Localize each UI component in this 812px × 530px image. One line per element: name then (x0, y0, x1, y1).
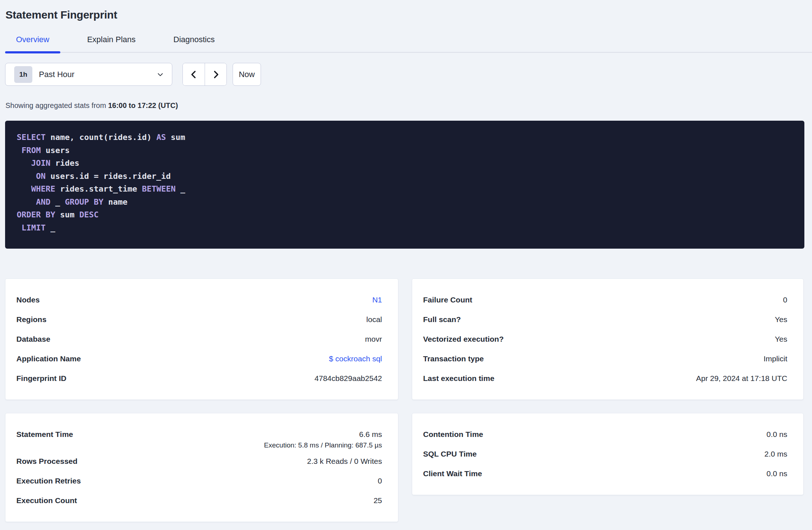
sql-text: name (103, 197, 127, 206)
sql-line: WHERE rides.start_time BETWEEN _ (17, 182, 793, 196)
tab-bar: OverviewExplain PlansDiagnostics (5, 35, 812, 53)
chevron-down-icon (157, 71, 164, 78)
statement-fingerprint-page: Statement Fingerprint OverviewExplain Pl… (0, 9, 812, 530)
info-row-regions: Regionslocal (16, 310, 382, 329)
info-row-last-execution-time: Last execution timeApr 29, 2024 at 17:18… (423, 369, 787, 388)
execution-attributes-card: Failure Count0Full scan?YesVectorized ex… (412, 278, 804, 400)
info-value: 0 (783, 296, 787, 304)
info-value: 25 (374, 496, 382, 505)
time-controls: 1h Past Hour Now (5, 63, 812, 86)
sql-text: users.id = rides.rider_id (45, 172, 170, 181)
info-label: Execution Count (16, 496, 77, 505)
info-row-rows-processed: Rows Processed2.3 k Reads / 0 Writes (16, 451, 382, 471)
info-value-link[interactable]: $ cockroach sql (329, 354, 382, 363)
sql-text: sum (55, 210, 79, 219)
sql-line: AND _ GROUP BY name (17, 196, 793, 209)
info-row-nodes: NodesN1 (16, 290, 382, 310)
info-row-execution-count: Execution Count25 (16, 491, 382, 510)
info-label: Statement Time (16, 430, 73, 439)
sql-text (17, 158, 31, 168)
sql-keyword: JOIN (31, 158, 51, 168)
info-value: Yes (775, 315, 787, 324)
sql-text: name, count(rides.id) (45, 133, 156, 142)
aggregation-note-range: 16:00 to 17:22 (UTC) (108, 101, 178, 109)
sql-text: rides (51, 158, 79, 168)
sql-keyword: ORDER BY (17, 210, 55, 219)
summary-cards: NodesN1RegionslocalDatabasemovrApplicati… (5, 278, 812, 522)
info-value: movr (365, 335, 382, 344)
page-title: Statement Fingerprint (5, 9, 812, 21)
tab-overview[interactable]: Overview (5, 35, 60, 52)
info-row-failure-count: Failure Count0 (423, 290, 787, 310)
now-button[interactable]: Now (233, 63, 261, 86)
sql-keyword: AS (156, 133, 166, 142)
info-label: Rows Processed (16, 457, 77, 466)
info-value: Implicit (764, 354, 787, 363)
sql-text (17, 197, 36, 206)
sql-keyword: DESC (79, 210, 99, 219)
prev-interval-button[interactable] (183, 63, 205, 85)
sql-text (17, 184, 31, 193)
info-label: Contention Time (423, 430, 483, 439)
info-row-sql-cpu-time: SQL CPU Time2.0 ms (423, 444, 787, 464)
tab-diagnostics[interactable]: Diagnostics (162, 35, 226, 52)
interval-nav-group (182, 63, 227, 86)
info-label: Full scan? (423, 315, 461, 324)
sql-line: LIMIT _ (17, 221, 793, 234)
sql-keyword: ON (36, 172, 46, 181)
sql-text: _ (176, 184, 185, 193)
info-value: 2.3 k Reads / 0 Writes (307, 457, 382, 466)
info-label: Regions (16, 315, 47, 324)
info-label: Database (16, 335, 50, 344)
info-value: 0.0 ns (767, 430, 787, 439)
info-value: 0 (378, 477, 382, 485)
info-subvalue: Execution: 5.8 ms / Planning: 687.5 µs (16, 441, 382, 451)
info-row-transaction-type: Transaction typeImplicit (423, 349, 787, 369)
info-value: 4784cb829aab2542 (314, 374, 382, 383)
next-interval-button[interactable] (205, 63, 226, 85)
info-label: Fingerprint ID (16, 374, 67, 383)
sql-statement: SELECT name, count(rides.id) AS sum FROM… (5, 121, 804, 249)
info-label: Last execution time (423, 374, 494, 383)
time-interval-picker[interactable]: 1h Past Hour (5, 63, 172, 86)
info-value: 2.0 ms (764, 450, 787, 458)
info-label: Transaction type (423, 354, 484, 363)
info-row-client-wait-time: Client Wait Time0.0 ns (423, 464, 787, 483)
info-row-database: Databasemovr (16, 329, 382, 349)
sql-text: users (41, 146, 69, 155)
info-row-fingerprint-id: Fingerprint ID4784cb829aab2542 (16, 369, 382, 388)
interval-badge: 1h (14, 66, 32, 83)
info-label: Application Name (16, 354, 81, 363)
info-value: 0.0 ns (767, 469, 787, 478)
chevron-right-icon (212, 70, 220, 79)
info-label: Nodes (16, 296, 40, 304)
aggregation-note-prefix: Showing aggregated stats from (5, 101, 108, 109)
sql-keyword: AND (36, 197, 51, 206)
time-picker-label: Past Hour (39, 70, 157, 79)
sql-line: ON users.id = rides.rider_id (17, 170, 793, 183)
sql-keyword: WHERE (31, 184, 55, 193)
sql-text (17, 223, 21, 232)
sql-line: ORDER BY sum DESC (17, 208, 793, 221)
info-value: Apr 29, 2024 at 17:18 UTC (696, 374, 787, 383)
aggregation-note: Showing aggregated stats from 16:00 to 1… (5, 101, 812, 110)
sql-text: rides.start_time (55, 184, 142, 193)
info-row-contention-time: Contention Time0.0 ns (423, 425, 787, 444)
chevron-left-icon (189, 70, 198, 79)
info-label: Vectorized execution? (423, 335, 504, 344)
tab-explain-plans[interactable]: Explain Plans (76, 35, 146, 52)
time-stats-card: Contention Time0.0 nsSQL CPU Time2.0 msC… (412, 413, 804, 495)
sql-keyword: SELECT (17, 133, 45, 142)
sql-text: _ (51, 197, 65, 206)
info-value: Yes (775, 335, 787, 344)
sql-text: sum (166, 133, 185, 142)
sql-keyword: BETWEEN (142, 184, 176, 193)
sql-text (17, 172, 36, 181)
sql-keyword: LIMIT (21, 223, 45, 232)
info-label: Client Wait Time (423, 469, 482, 478)
sql-line: JOIN rides (17, 157, 793, 170)
info-row-vectorized-execution: Vectorized execution?Yes (423, 329, 787, 349)
statement-details-card: NodesN1RegionslocalDatabasemovrApplicati… (5, 278, 398, 400)
info-row-application-name: Application Name$ cockroach sql (16, 349, 382, 369)
info-value-link[interactable]: N1 (372, 296, 382, 304)
